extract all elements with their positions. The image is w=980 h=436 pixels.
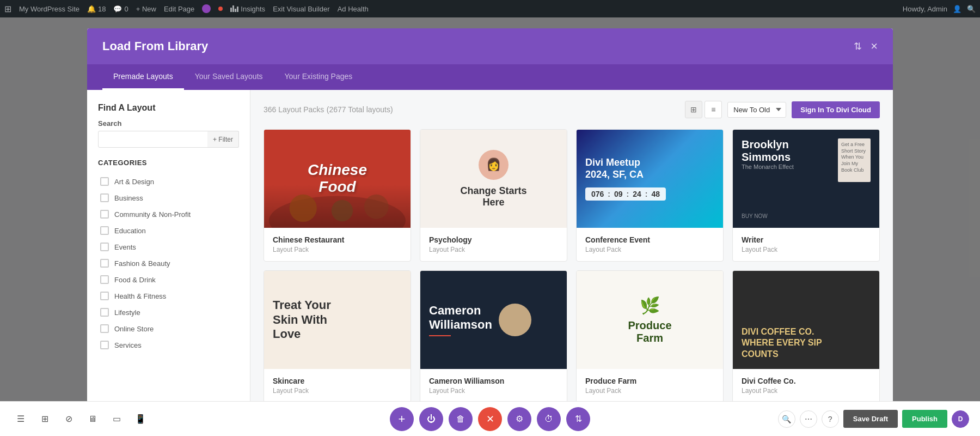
category-lifestyle[interactable]: Lifestyle [98,304,239,320]
sections-button[interactable]: ⊞ [35,409,54,429]
help-button[interactable]: ? [822,410,839,428]
power-button[interactable]: ⏻ [419,407,443,431]
category-fashion-beauty[interactable]: Fashion & Beauty [98,255,239,271]
bottom-toolbar: ☰ ⊞ ⊘ 🖥 ▭ 📱 + ⏻ 🗑 ✕ ⚙ ⏱ ⇅ 🔍 ⋯ ? Save Dra… [0,401,980,436]
category-services[interactable]: Services [98,337,239,353]
category-business[interactable]: Business [98,190,239,206]
layout-card-image-produce-farm: 🌿 ProduceFarm [577,271,723,369]
category-checkbox-health-fitness[interactable] [100,292,109,300]
grid-view-button[interactable]: ⊞ [685,101,702,118]
notification-icon: 🔔 [87,5,96,13]
comments[interactable]: 💬 0 [113,5,128,13]
produce-thumb-title: ProduceFarm [628,319,671,344]
category-checkbox-business[interactable] [100,193,109,202]
layouts-main-content: 366 Layout Packs (2677 Total layouts) ⊞ … [250,90,893,410]
layout-card-type-skincare: Layout Pack [273,387,402,395]
writer-book-thumb: Get a Free Short Story When You Join My … [838,138,871,182]
category-checkbox-lifestyle[interactable] [100,308,109,317]
modal-sort-icon[interactable]: ⇅ [854,40,862,52]
tablet-view-button[interactable]: ▭ [107,409,126,429]
skincare-thumb-text: Treat YourSkin WithLove [273,298,331,341]
sign-in-divi-cloud-button[interactable]: Sign In To Divi Cloud [792,101,880,118]
history-button[interactable]: ⏱ [537,407,561,431]
trash-button[interactable]: 🗑 [449,407,473,431]
layout-grid: ChineseFood Chines [264,129,880,403]
admin-bar: ⊞ My WordPress Site 🔔 18 💬 0 + New Edit … [0,0,980,17]
layout-card-image-cameron: CameronWilliamson [420,271,567,369]
layout-card-type-produce-farm: Layout Pack [585,387,714,395]
produce-plant-icon: 🌿 [640,296,660,315]
modal-close-button[interactable]: × [871,40,878,52]
tab-premade-layouts[interactable]: Premade Layouts [102,64,184,90]
wp-logo-icon[interactable]: ⊞ [4,4,11,14]
tab-saved-layouts[interactable]: Your Saved Layouts [184,64,274,90]
insights-chart-icon [230,5,238,12]
layout-card-type-coffee: Layout Pack [742,387,871,395]
layout-card-conference[interactable]: Divi Meetup2024, SF, CA 076 : 09 : 24 : … [576,129,724,262]
exit-builder-button[interactable]: Exit Visual Builder [273,5,330,13]
site-name[interactable]: My WordPress Site [19,5,79,13]
mobile-view-button[interactable]: 📱 [131,409,150,429]
category-online-store[interactable]: Online Store [98,320,239,337]
category-community[interactable]: Community & Non-Profit [98,206,239,222]
filter-button[interactable]: + Filter [207,131,239,148]
divi-icon [202,4,211,13]
close-builder-button[interactable]: ✕ [478,407,502,431]
layout-card-name-produce-farm: Produce Farm [585,377,714,385]
layout-card-image-coffee: Divi Coffee Co.Where Every SipCounts [733,271,879,369]
category-education[interactable]: Education [98,222,239,239]
publish-button[interactable]: Publish [902,410,947,428]
sort-select[interactable]: New To Old Old To New A to Z Z to A [727,102,786,118]
category-art-design[interactable]: Art & Design [98,173,239,190]
category-checkbox-online-store[interactable] [100,324,109,333]
conf-thumb-title: Divi Meetup2024, SF, CA [585,157,644,180]
new-button[interactable]: + New [136,5,156,13]
layout-card-name-skincare: Skincare [273,377,402,385]
layout-card-chinese-restaurant[interactable]: ChineseFood Chines [264,129,411,262]
ad-health-button[interactable]: Ad Health [338,5,369,13]
modal-header: Load From Library ⇅ × [87,28,893,64]
layout-card-writer[interactable]: BrooklynSimmons The Monarch Effect Get a… [732,129,880,262]
search-toolbar-button[interactable]: 🔍 [778,410,795,428]
category-events[interactable]: Events [98,239,239,255]
modal-header-actions: ⇅ × [854,40,878,52]
category-checkbox-education[interactable] [100,226,109,235]
wireframe-button[interactable]: ⊘ [59,409,78,429]
layout-button[interactable]: ⇅ [566,407,590,431]
cameron-thumb-name: CameronWilliamson [429,304,492,332]
layout-card-image-skincare: Treat YourSkin WithLove [264,271,411,369]
divi-ai-button[interactable]: D [952,410,969,428]
category-checkbox-community[interactable] [100,210,109,219]
category-checkbox-services[interactable] [100,341,109,349]
layout-card-psychology[interactable]: 👩 Change StartsHere Psychology Layout Pa… [420,129,567,262]
layout-card-info-psychology: Psychology Layout Pack [420,228,567,261]
settings-button[interactable]: ⚙ [507,407,531,431]
conf-timer: 076 : 09 : 24 : 48 [585,187,666,201]
layout-card-image-conference: Divi Meetup2024, SF, CA 076 : 09 : 24 : … [577,130,723,228]
layout-card-skincare[interactable]: Treat YourSkin WithLove Skincare Layout … [264,270,411,403]
layout-card-coffee[interactable]: Divi Coffee Co.Where Every SipCounts Div… [732,270,880,403]
modal-overlay: Load From Library ⇅ × Premade Layouts Yo… [0,17,980,436]
layout-card-type-psychology: Layout Pack [429,246,558,253]
layout-card-cameron[interactable]: CameronWilliamson Cameron Williamson Lay… [420,270,567,403]
tab-existing-pages[interactable]: Your Existing Pages [274,64,364,90]
category-health-fitness[interactable]: Health & Fitness [98,288,239,304]
edit-page-button[interactable]: Edit Page [164,5,194,13]
category-checkbox-events[interactable] [100,243,109,251]
category-checkbox-fashion-beauty[interactable] [100,259,109,268]
save-draft-button[interactable]: Save Draft [843,410,898,428]
category-checkbox-art-design[interactable] [100,177,109,186]
notifications[interactable]: 🔔 18 [87,5,106,13]
layout-card-name-cameron: Cameron Williamson [429,377,558,385]
search-admin-icon[interactable]: 🔍 [967,5,976,13]
view-toggle: ⊞ ≡ [685,101,722,118]
category-checkbox-food-drink[interactable] [100,275,109,284]
category-food-drink[interactable]: Food & Drink [98,271,239,288]
list-view-button[interactable]: ≡ [705,101,722,118]
upgrade-button[interactable]: ⋯ [800,410,817,428]
insights-button[interactable]: Insights [230,5,265,13]
menu-toggle-button[interactable]: ☰ [11,409,30,429]
layout-card-produce-farm[interactable]: 🌿 ProduceFarm Produce Farm Layout Pack [576,270,724,403]
desktop-view-button[interactable]: 🖥 [83,409,102,429]
add-section-button[interactable]: + [390,407,414,431]
